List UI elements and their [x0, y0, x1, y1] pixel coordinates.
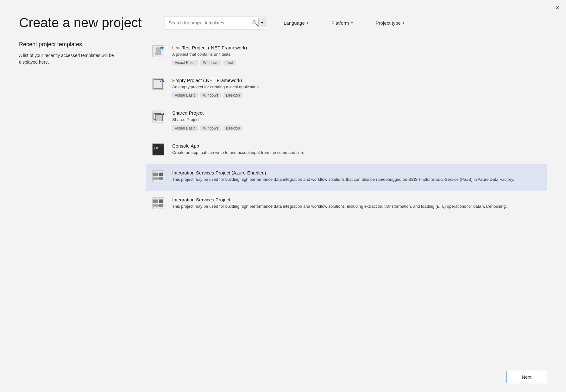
svg-rect-23 — [153, 198, 164, 209]
template-name: Console App — [172, 143, 541, 149]
template-item[interactable]: Integration Services Project This projec… — [146, 191, 547, 218]
svg-rect-25 — [153, 204, 158, 207]
tag: Windows — [200, 92, 221, 98]
tag: Windows — [200, 125, 221, 131]
footer: Next — [0, 362, 566, 392]
platform-label: Platform — [331, 20, 349, 26]
search-input[interactable] — [169, 20, 251, 25]
svg-rect-24 — [153, 199, 158, 203]
template-name: Empty Project (.NET Framework) — [172, 78, 541, 83]
search-box: 🔍 ▾ — [165, 16, 266, 29]
next-button[interactable]: Next — [506, 371, 547, 383]
template-name: Unit Test Project (.NET Framework) — [172, 45, 541, 50]
template-description: A project that contains unit tests. — [172, 52, 541, 57]
close-button[interactable]: ✕ — [555, 5, 560, 11]
template-name: Shared Project — [172, 110, 541, 116]
template-description: Shared Project — [172, 117, 541, 123]
svg-rect-17 — [153, 173, 158, 176]
svg-text:VB: VB — [160, 112, 164, 116]
template-icon: C:> _ C# — [152, 143, 167, 158]
template-description: An empty project for creating a local ap… — [172, 84, 541, 90]
tag: Visual Basic — [172, 92, 198, 98]
platform-arrow-icon: ▾ — [351, 21, 353, 25]
template-item[interactable]: VB Unit Test Project (.NET Framework) A … — [146, 39, 547, 71]
language-arrow-icon: ▾ — [307, 21, 309, 25]
content-area: Recent project templates A list of your … — [0, 38, 566, 373]
sidebar-title: Recent project templates — [19, 41, 133, 48]
project-type-arrow-icon: ▾ — [403, 21, 405, 25]
tag: Test — [223, 60, 236, 66]
template-item[interactable]: VB Empty Project (.NET Framework) An emp… — [146, 72, 547, 104]
tag: Desktop — [223, 125, 242, 131]
tag: Visual Basic — [172, 125, 198, 131]
page-title: Create a new project — [19, 15, 152, 30]
svg-text:C:>: C:> — [154, 146, 159, 149]
language-dropdown[interactable]: Language ▾ — [279, 18, 314, 28]
template-list: VB Unit Test Project (.NET Framework) A … — [146, 38, 547, 373]
template-item[interactable]: VB Shared Project Shared Project Visual … — [146, 104, 547, 136]
svg-text:_: _ — [154, 150, 155, 153]
svg-text:VB: VB — [160, 79, 164, 83]
svg-rect-26 — [159, 199, 163, 203]
svg-rect-16 — [153, 171, 164, 182]
template-icon: VB — [152, 45, 167, 60]
template-description: This project may be used for building hi… — [172, 177, 541, 182]
tag: Desktop — [223, 92, 242, 98]
template-name: Integration Services Project (Azure-Enab… — [172, 170, 541, 175]
sidebar: Recent project templates A list of your … — [19, 38, 146, 373]
template-icon — [152, 170, 167, 185]
header: Create a new project 🔍 ▾ Language ▾ Plat… — [0, 0, 566, 38]
svg-text:C#: C# — [160, 144, 164, 147]
template-description: Create an app that can write to and acce… — [172, 150, 541, 155]
template-info: Unit Test Project (.NET Framework) A pro… — [172, 45, 541, 66]
svg-text:VB: VB — [160, 47, 164, 50]
template-info: Integration Services Project (Azure-Enab… — [172, 170, 541, 185]
template-item[interactable]: Integration Services Project (Azure-Enab… — [146, 164, 547, 191]
template-info: Empty Project (.NET Framework) An empty … — [172, 78, 541, 98]
template-description: This project may be used for building hi… — [172, 204, 541, 209]
svg-rect-27 — [159, 204, 163, 207]
search-dropdown-button[interactable]: ▾ — [258, 18, 266, 27]
search-icon: 🔍 — [252, 20, 258, 26]
sidebar-description: A list of your recently accessed templat… — [19, 52, 133, 66]
template-icon — [152, 197, 167, 212]
template-item[interactable]: C:> _ C# Console App Create an app that … — [146, 137, 547, 164]
svg-rect-18 — [153, 177, 158, 180]
project-type-label: Project type — [376, 20, 401, 26]
template-icon: VB — [152, 110, 167, 125]
template-icon: VB — [152, 78, 167, 92]
tag: Visual Basic — [172, 60, 198, 66]
template-info: Console App Create an app that can write… — [172, 143, 541, 158]
language-label: Language — [284, 20, 305, 26]
template-name: Integration Services Project — [172, 197, 541, 202]
template-info: Shared Project Shared Project Visual Bas… — [172, 110, 541, 131]
project-type-dropdown[interactable]: Project type ▾ — [371, 18, 410, 28]
template-info: Integration Services Project This projec… — [172, 197, 541, 212]
platform-dropdown[interactable]: Platform ▾ — [326, 18, 358, 28]
dialog-window: ✕ Create a new project 🔍 ▾ Language ▾ Pl… — [0, 0, 566, 392]
tag: Windows — [200, 60, 221, 66]
svg-rect-20 — [159, 177, 163, 180]
svg-rect-19 — [159, 173, 163, 176]
